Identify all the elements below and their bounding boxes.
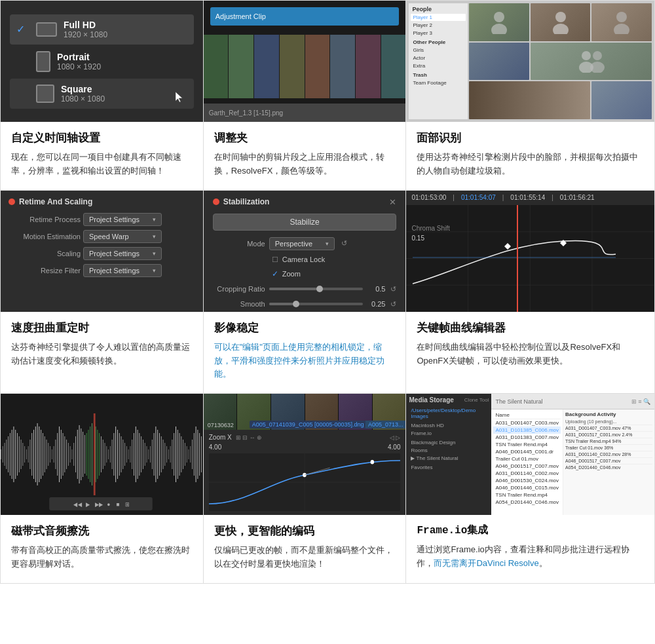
adj-frame-4 (280, 35, 305, 98)
svg-rect-69 (96, 426, 96, 482)
cell-7-desc: 带有音高校正的高质量带式擦洗，使您在擦洗时更容易理解对话。 (11, 544, 193, 571)
svg-rect-115 (179, 433, 180, 476)
zoom-right-icons: ◁ ▷ (390, 434, 401, 441)
svg-point-9 (590, 62, 605, 73)
cell-keyframe-editor: 01:01:53:00 | 01:01:54:07 | 01:01:55:14 … (406, 191, 655, 394)
retime-title: Retime And Scaling (19, 197, 92, 206)
res-square-label: Square (61, 84, 105, 94)
cell-1-text: 自定义时间轴设置 现在，您可以在同一项目中创建具有不同帧速率，分辨率，监视和输出… (1, 122, 203, 190)
adj-label-bar: Garth_Ref_1.3 [1-15].png (204, 104, 406, 122)
svg-rect-100 (152, 440, 153, 469)
svg-rect-105 (161, 436, 162, 472)
scaling-dropdown[interactable]: Project Settings ▾ (83, 247, 162, 260)
svg-rect-59 (77, 430, 78, 479)
cropping-slider[interactable] (269, 288, 364, 290)
svg-rect-121 (190, 446, 191, 463)
frameio-layout: Media Storage Clone Tool /Users/peter/De… (406, 394, 654, 515)
svg-rect-61 (81, 428, 81, 480)
frameio-file-5[interactable]: A046_D001445_C001.dr (493, 448, 561, 455)
checkbox-checked-icon[interactable]: ✓ (272, 269, 278, 278)
cell-7-text: 磁带式音频擦洗 带有音高校正的高质量带式擦洗，使您在擦洗时更容易理解对话。 (1, 515, 203, 583)
cell-4-title: 速度扭曲重定时 (11, 321, 193, 335)
svg-point-4 (616, 12, 627, 22)
adj-frame-1 (204, 35, 229, 98)
retime-process-dropdown[interactable]: Project Settings ▾ (83, 213, 162, 226)
svg-rect-26 (17, 433, 18, 476)
stab-mode-value: Perspective (275, 240, 312, 248)
cropping-reset-icon[interactable]: ↺ (390, 285, 396, 294)
svg-rect-70 (97, 430, 98, 479)
encode-toolbar-row: Zoom X ⊞ ⊟ ↔ ⊕ ◁ ▷ (209, 434, 401, 441)
stabilize-button[interactable]: Stabilize (213, 214, 397, 231)
svg-rect-98 (148, 449, 149, 459)
scaling-value: Project Settings (89, 250, 140, 257)
svg-rect-37 (37, 423, 38, 485)
frameio-file-6[interactable]: Trailer Cut 01.mov (493, 455, 561, 463)
svg-point-6 (582, 51, 591, 60)
cell-7-title: 磁带式音频擦洗 (11, 524, 193, 539)
svg-rect-95 (143, 440, 143, 469)
svg-rect-88 (130, 446, 130, 463)
frameio-file-4[interactable]: TSN Trailer Rend.mp4 (493, 441, 561, 448)
frameio-file-7[interactable]: A046_D001517_C007.mov (493, 463, 561, 470)
cell-2-title: 调整夹 (214, 131, 396, 145)
kf-top-bar: 01:01:53:00 | 01:01:54:07 | 01:01:55:14 … (406, 191, 654, 205)
svg-rect-113 (176, 426, 176, 482)
res-portrait[interactable]: ✓ Portrait 1080 × 1920 (10, 46, 194, 77)
svg-rect-89 (132, 440, 132, 469)
motion-estimation-dropdown[interactable]: Speed Warp ▾ (83, 230, 162, 243)
zoom-label: Zoom (282, 270, 301, 278)
audio-panel: ◀◀ ▶ ▶▶ ● ■ ⊞ (1, 394, 203, 515)
svg-rect-22 (10, 433, 10, 476)
svg-point-1 (491, 24, 507, 34)
cell-adjustment-clip: Adjustment Clip Garth_Ref_1.3 [1-15]. (204, 1, 407, 191)
svg-rect-55 (70, 446, 71, 463)
svg-rect-78 (112, 440, 113, 469)
svg-rect-104 (159, 433, 160, 476)
svg-rect-45 (52, 449, 52, 459)
resize-filter-label: Resize Filter (9, 267, 81, 275)
scaling-label: Scaling (9, 250, 81, 257)
frameio-file-2[interactable]: A031_D101385_C006.mov (493, 426, 561, 434)
resize-filter-dropdown[interactable]: Project Settings ▾ (83, 264, 162, 277)
smooth-reset-icon[interactable]: ↺ (390, 300, 396, 309)
face-silhouette-group (574, 49, 607, 73)
frameio-toolbar-icons: ⊞ ≡ 🔍 (631, 398, 650, 405)
person-1: Player 1 (411, 14, 466, 21)
smooth-slider[interactable] (269, 303, 364, 305)
frameio-act-5: Trailer Cut 01.mov 36% (565, 445, 652, 451)
face-photo-4 (469, 43, 529, 81)
frameio-file-11[interactable]: TSN Trailer Rend.mp4 (493, 491, 561, 499)
svg-rect-127 (201, 436, 202, 472)
cell-2-text: 调整夹 在时间轴中的剪辑片段之上应用混合模式，转换，ResolveFX，颜色等级… (204, 122, 406, 190)
frameio-act-3: A031_D001517_C001.mov 2.4% (565, 432, 652, 438)
stab-reset-icon[interactable]: ↺ (341, 239, 347, 248)
checkbox-empty-icon[interactable]: ☐ (272, 256, 278, 264)
frameio-file-1[interactable]: A031_D001407_C003.mov (493, 419, 561, 426)
frameio-file-3[interactable]: A031_D101383_C007.mov (493, 434, 561, 441)
res-fullhd[interactable]: ✓ Full HD 1920 × 1080 (10, 14, 194, 45)
frameio-path: /Users/peter/Desktop/Demo Images (409, 407, 489, 420)
res-square[interactable]: ✓ Square 1080 × 1080 (10, 79, 194, 109)
svg-rect-74 (105, 443, 105, 466)
stab-title: Stabilization (223, 197, 270, 206)
frameio-file-10[interactable]: A046_D001446_C015.mov (493, 484, 561, 491)
stab-mode-dropdown[interactable]: Perspective ▾ (269, 237, 335, 250)
close-icon[interactable]: ✕ (389, 197, 396, 207)
cropping-label: Cropping Ratio (213, 285, 265, 293)
frameio-file-8[interactable]: A031_D001140_C002.mov (493, 470, 561, 477)
frameio-file-9[interactable]: A046_D001530_C024.mov (493, 477, 561, 484)
frameio-favorites: Favorites (409, 464, 489, 471)
svg-point-3 (553, 24, 569, 34)
keyframe-panel: 01:01:53:00 | 01:01:54:07 | 01:01:55:14 … (406, 191, 654, 312)
encode-selected-frame: A005_07141039_C005 [00005-00035].dng (250, 421, 367, 428)
svg-rect-122 (192, 440, 193, 469)
cropping-fill (269, 288, 316, 290)
cell-6-title: 关键帧曲线编辑器 (417, 321, 644, 335)
svg-rect-123 (194, 433, 195, 476)
svg-rect-47 (55, 440, 56, 469)
cell-5-text: 影像稳定 可以在"编辑"页面上使用完整的相机锁定，缩放，平滑和强度控件来分析照片… (204, 312, 406, 393)
adj-frame-2 (229, 35, 253, 98)
stab-red-dot (213, 199, 219, 205)
frameio-file-12[interactable]: A054_D201440_C046.mov (493, 499, 561, 506)
